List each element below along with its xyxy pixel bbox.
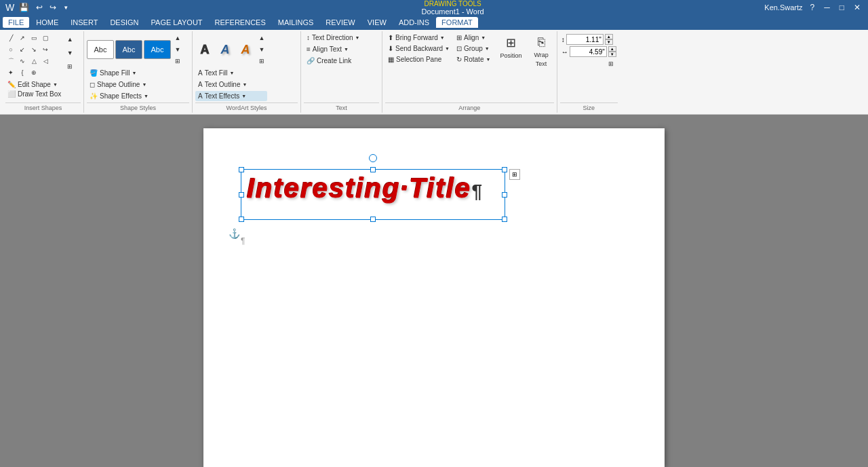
menu-home[interactable]: HOME (31, 17, 64, 28)
shape-star[interactable]: ✦ (5, 67, 16, 78)
wordart-style-3[interactable]: A (236, 40, 255, 59)
page[interactable]: Interesting·Title ⊞ ⚓ ¶ (203, 128, 665, 467)
edit-shape-btn[interactable]: ✏️ Edit Shape ▼ (5, 80, 60, 89)
height-input[interactable] (566, 34, 604, 45)
fill-arrow: ▼ (132, 71, 136, 75)
shape-outline-btn[interactable]: ◻ Shape Outline ▼ (87, 79, 183, 90)
document-title: Document1 - Word (422, 7, 484, 16)
close-btn[interactable]: ✕ (852, 2, 863, 13)
edit-shape-icon: ✏️ (7, 81, 16, 88)
send-backward-btn[interactable]: ⬇ Send Backward ▼ (385, 43, 452, 54)
shape-freeform[interactable]: ∿ (17, 56, 28, 67)
styles-scroll-down[interactable]: ▼ (172, 44, 183, 55)
wordart-scroll-down[interactable]: ▼ (256, 44, 267, 55)
text-direction-btn[interactable]: ↕ Text Direction ▼ (304, 33, 363, 43)
shape-styles-content: Abc Abc Abc ▲ ▼ ⊞ 🪣 Shape Fill ▼ (87, 33, 189, 101)
width-spinner: ▲ ▼ (608, 46, 616, 57)
menu-addins[interactable]: ADD-INS (393, 17, 435, 28)
shape-bracket[interactable]: { (17, 67, 28, 78)
bring-forward-icon: ⬆ (388, 34, 393, 41)
user-name: Ken.Swartz (764, 3, 802, 12)
size-expand[interactable]: ⊞ (606, 58, 616, 69)
shape-rect[interactable]: ▭ (28, 33, 39, 43)
styles-scroll-up[interactable]: ▲ (172, 33, 183, 43)
shape-style-1[interactable]: Abc (87, 40, 114, 59)
shape-line[interactable]: ╱ (5, 33, 16, 43)
shape-more[interactable]: ⊕ (28, 67, 39, 78)
shapes-scroll-down[interactable]: ▼ (64, 46, 75, 60)
shape-rounded-rect[interactable]: ▢ (40, 33, 51, 43)
height-up[interactable]: ▲ (605, 34, 613, 39)
width-input[interactable] (570, 46, 607, 57)
textbox-container[interactable]: Interesting·Title ⊞ ⚓ ¶ (241, 169, 505, 234)
shape-arrow[interactable]: ↗ (17, 33, 28, 43)
menu-mailings[interactable]: MAILINGS (273, 17, 319, 28)
wordart-style-2[interactable]: A (216, 40, 235, 59)
width-down[interactable]: ▼ (608, 52, 616, 57)
fill-icon: 🪣 (90, 69, 98, 77)
height-row: ↕ ▲ ▼ (561, 34, 616, 45)
minimize-btn[interactable]: ─ (822, 2, 832, 13)
rotate-btn[interactable]: ↻ Rotate ▼ (454, 54, 493, 64)
menu-insert[interactable]: INSERT (65, 17, 103, 28)
arrange-content: ⬆ Bring Forward ▼ ⬇ Send Backward ▼ ▦ Se… (385, 33, 554, 101)
group-size: ↕ ▲ ▼ ↔ ▲ ▼ (557, 31, 620, 113)
text-effects-btn[interactable]: A Text Effects ▼ (195, 91, 267, 101)
menu-file[interactable]: FILE (3, 17, 29, 28)
menu-design[interactable]: DESIGN (104, 17, 144, 28)
shape-fill-btn[interactable]: 🪣 Shape Fill ▼ (87, 68, 183, 78)
shape-tri[interactable]: △ (28, 56, 39, 67)
group-btn[interactable]: ⊡ Group ▼ (454, 43, 493, 54)
size-label: Size (560, 102, 618, 111)
menu-view[interactable]: VIEW (362, 17, 392, 28)
align-text-btn[interactable]: ≡ Align Text ▼ (304, 44, 363, 54)
menu-format[interactable]: FORMAT (436, 17, 478, 28)
quick-access-more[interactable]: ▼ (61, 4, 71, 12)
wrap-text-btn[interactable]: ⎘ Wrap Text (531, 34, 551, 69)
textbox-selection[interactable]: Interesting·Title (241, 169, 505, 220)
create-link-btn[interactable]: 🔗 Create Link (304, 56, 363, 66)
text-fill-icon: A (198, 69, 203, 77)
layout-options-btn[interactable]: ⊞ (509, 169, 520, 180)
shape-bent[interactable]: ↪ (40, 44, 51, 55)
text-outline-btn[interactable]: A Text Outline ▼ (195, 79, 267, 90)
wordart-style-1[interactable]: A (195, 40, 214, 59)
menu-references[interactable]: REFERENCES (210, 17, 271, 28)
handle-bottom-center[interactable] (370, 217, 376, 222)
shape-effects-btn[interactable]: ✨ Shape Effects ▼ (87, 91, 183, 101)
shape-style-2[interactable]: Abc (115, 40, 142, 59)
shape-style-3[interactable]: Abc (144, 40, 171, 59)
rotate-handle[interactable] (369, 154, 377, 162)
bring-forward-btn[interactable]: ⬆ Bring Forward ▼ (385, 33, 452, 43)
selection-pane-btn[interactable]: ▦ Selection Pane (385, 54, 452, 64)
text-fill-btn[interactable]: A Text Fill ▼ (195, 68, 267, 78)
textbox-title[interactable]: Interesting·Title (241, 170, 505, 207)
height-spinner: ▲ ▼ (605, 34, 613, 45)
menu-review[interactable]: REVIEW (320, 17, 360, 28)
quick-access-redo[interactable]: ↪ (47, 2, 58, 13)
arrange-label: Arrange (385, 102, 554, 111)
height-down[interactable]: ▼ (605, 39, 613, 45)
maximize-btn[interactable]: □ (837, 2, 846, 13)
wordart-scroll-up[interactable]: ▲ (256, 33, 267, 43)
draw-textbox-btn[interactable]: ⬜ Draw Text Box (5, 90, 63, 98)
document-area[interactable]: Interesting·Title ⊞ ⚓ ¶ (0, 115, 868, 467)
shape-dl[interactable]: ↙ (17, 44, 28, 55)
shape-rtri[interactable]: ◁ (40, 56, 51, 67)
handle-bottom-left[interactable] (239, 217, 244, 222)
shape-oval[interactable]: ○ (5, 44, 16, 55)
position-btn[interactable]: ⊞ Position (497, 34, 524, 60)
align-btn[interactable]: ⊞ Align ▼ (454, 33, 493, 43)
shapes-expand[interactable]: ⊞ (64, 60, 75, 73)
shape-curve[interactable]: ⌒ (5, 56, 16, 67)
help-btn[interactable]: ? (808, 2, 817, 13)
shape-dr[interactable]: ↘ (28, 44, 39, 55)
shapes-scroll-up[interactable]: ▲ (64, 33, 75, 46)
quick-access-undo[interactable]: ↩ (34, 2, 45, 13)
menu-page-layout[interactable]: PAGE LAYOUT (146, 17, 208, 28)
wordart-expand[interactable]: ⊞ (256, 56, 267, 67)
quick-access-save[interactable]: 💾 (17, 2, 31, 13)
styles-expand[interactable]: ⊞ (172, 56, 183, 67)
width-up[interactable]: ▲ (608, 46, 616, 52)
handle-bottom-right[interactable] (502, 217, 507, 222)
